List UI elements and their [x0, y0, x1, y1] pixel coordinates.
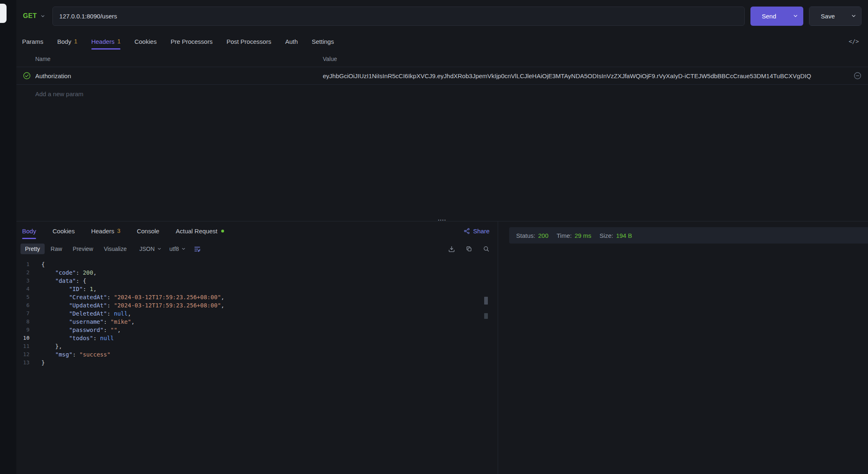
response-tab-cookies[interactable]: Cookies: [52, 221, 75, 240]
tab-label: Headers: [91, 38, 115, 45]
toolbar-right-icons: [448, 246, 494, 253]
send-button[interactable]: Send: [750, 7, 788, 26]
headers-table: Name Value AuthorizationeyJhbGciOiJIUzI1…: [16, 51, 868, 103]
line-content: "UpdatedAt": "2024-03-12T17:59:23.256+08…: [41, 301, 224, 309]
chevron-down-icon: [41, 14, 45, 18]
encoding-label: utf8: [170, 246, 179, 252]
request-tabs-list: ParamsBody1Headers1CookiesPre Processors…: [22, 32, 334, 51]
request-tab-body[interactable]: Body1: [57, 32, 77, 51]
code-line: 9 "password": "",: [16, 326, 498, 334]
code-line: 5 "CreatedAt": "2024-03-12T17:59:23.256+…: [16, 293, 498, 301]
header-param-row: AuthorizationeyJhbGciOiJIUzI1NiIsInR5cCI…: [16, 67, 868, 85]
column-value: Value: [323, 56, 839, 62]
share-button[interactable]: Share: [464, 228, 492, 235]
param-name: Authorization: [35, 72, 71, 79]
response-tab-console[interactable]: Console: [137, 221, 159, 240]
line-number: 12: [16, 350, 29, 359]
tab-count-badge: 1: [74, 38, 77, 45]
code-line: 13}: [16, 359, 498, 367]
code-snippet-icon[interactable]: </>: [849, 38, 862, 45]
app-root: GET Send Save ParamsBody1Headers1Cookies…: [0, 0, 868, 474]
code-line: 3 "data": {: [16, 277, 498, 285]
request-tab-settings[interactable]: Settings: [312, 32, 334, 51]
save-options-button[interactable]: [846, 7, 861, 25]
request-tab-cookies[interactable]: Cookies: [134, 32, 156, 51]
line-content: "todos": null: [41, 334, 114, 342]
share-icon: [464, 228, 470, 234]
search-icon[interactable]: [483, 246, 490, 252]
line-content: "DeletedAt": null,: [41, 309, 131, 318]
line-content: "msg": "success": [41, 350, 111, 359]
code-lines: 1{2 "code": 200,3 "data": {4 "ID": 1,5 "…: [16, 260, 498, 367]
unsent-change-dot: [221, 230, 224, 232]
splitter-handle[interactable]: [438, 216, 446, 223]
tab-label: Cookies: [134, 38, 156, 45]
code-line: 10 "todos": null: [16, 334, 498, 342]
request-tab-headers[interactable]: Headers1: [91, 32, 121, 51]
tab-count-badge: 3: [117, 228, 120, 234]
response-status-bar: Status: 200 Time: 29 ms Size: 194 B: [509, 227, 868, 244]
request-tab-pre-processors[interactable]: Pre Processors: [170, 32, 213, 51]
method-select[interactable]: GET: [21, 12, 47, 20]
line-number: 3: [16, 277, 29, 285]
line-content: }: [41, 359, 45, 367]
response-body-code[interactable]: 1{2 "code": 200,3 "data": {4 "ID": 1,5 "…: [16, 257, 498, 474]
sidebar-collapse-tab[interactable]: [0, 4, 7, 23]
tab-label: Auth: [285, 38, 298, 45]
line-number: 11: [16, 342, 29, 350]
add-param-label: Add a new param: [35, 90, 84, 97]
share-label: Share: [473, 228, 490, 235]
response-tab-actual-request[interactable]: Actual Request: [176, 221, 224, 240]
left-rail: [0, 0, 16, 474]
encoding-select[interactable]: utf8: [170, 246, 186, 252]
line-number: 9: [16, 326, 29, 334]
code-line: 2 "code": 200,: [16, 269, 498, 277]
param-value: eyJhbGciOiJIUzI1NiIsInR5cCI6IkpXVCJ9.eyJ…: [323, 72, 839, 79]
request-tab-params[interactable]: Params: [22, 32, 43, 51]
line-number: 1: [16, 260, 29, 269]
line-content: "ID": 1,: [41, 285, 97, 293]
url-input[interactable]: [52, 7, 745, 26]
line-content: {: [41, 260, 45, 269]
tab-label: Params: [22, 38, 43, 45]
response-section: BodyCookiesHeaders3ConsoleActual Request…: [16, 221, 868, 474]
code-line: 6 "UpdatedAt": "2024-03-12T17:59:23.256+…: [16, 301, 498, 309]
request-tabs: ParamsBody1Headers1CookiesPre Processors…: [16, 32, 868, 51]
add-param-row[interactable]: Add a new param: [16, 85, 868, 103]
response-tabs: BodyCookiesHeaders3ConsoleActual Request…: [16, 221, 498, 240]
download-icon[interactable]: [448, 246, 455, 253]
size-label: Size:: [600, 232, 613, 239]
request-tab-post-processors[interactable]: Post Processors: [227, 32, 271, 51]
view-mode-pretty[interactable]: Pretty: [20, 244, 45, 254]
code-line: 11 },: [16, 342, 498, 350]
line-number: 5: [16, 293, 29, 301]
view-mode-raw[interactable]: Raw: [46, 244, 67, 254]
status-label: Status:: [516, 232, 535, 239]
copy-icon[interactable]: [466, 246, 472, 252]
request-bar: GET Send Save: [16, 0, 868, 32]
param-enabled-check-icon[interactable]: [23, 72, 31, 80]
view-mode-visualize[interactable]: Visualize: [99, 244, 131, 254]
save-button[interactable]: Save: [809, 7, 846, 25]
view-mode-preview[interactable]: Preview: [68, 244, 98, 254]
param-remove-icon[interactable]: [854, 72, 861, 80]
format-select[interactable]: JSON: [139, 246, 161, 252]
tab-label: Body: [57, 38, 71, 45]
request-tab-auth[interactable]: Auth: [285, 32, 298, 51]
tab-label: Cookies: [52, 228, 75, 235]
wrap-lines-icon[interactable]: [194, 246, 201, 253]
send-options-button[interactable]: [788, 7, 803, 26]
response-tab-body[interactable]: Body: [22, 221, 36, 240]
save-button-group: Save: [809, 7, 861, 26]
tab-label: Headers: [91, 228, 114, 235]
method-label: GET: [23, 12, 37, 20]
line-number: 2: [16, 269, 29, 277]
response-tab-headers[interactable]: Headers3: [91, 221, 120, 240]
headers-table-body: AuthorizationeyJhbGciOiJIUzI1NiIsInR5cCI…: [16, 67, 868, 85]
response-body-panel: BodyCookiesHeaders3ConsoleActual Request…: [16, 221, 498, 474]
status-value: 200: [538, 232, 548, 239]
line-number: 7: [16, 309, 29, 318]
line-number: 8: [16, 318, 29, 326]
tab-label: Console: [137, 228, 159, 235]
scrollbar-mark: [484, 297, 488, 305]
